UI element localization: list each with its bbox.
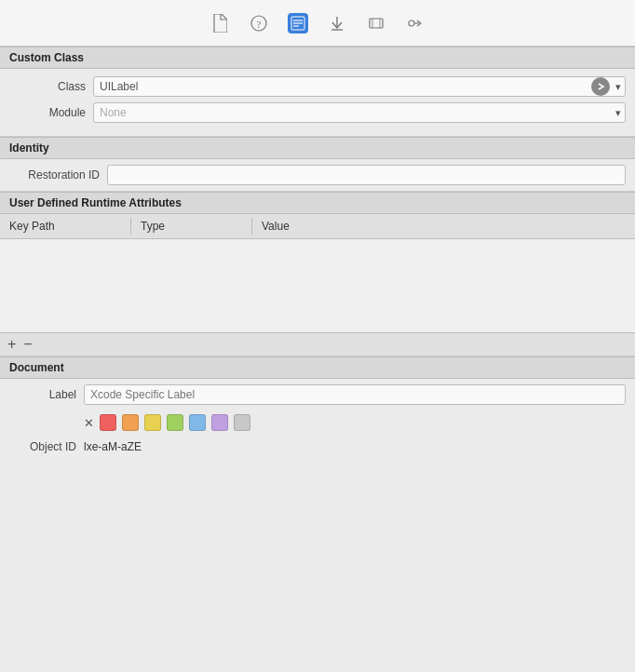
connections-icon[interactable] — [405, 13, 426, 34]
file-icon[interactable] — [209, 13, 230, 34]
class-dropdown[interactable]: UILabel ▾ — [93, 76, 626, 97]
color-swatch-gray[interactable] — [234, 414, 250, 431]
module-label: Module — [9, 106, 93, 119]
identity-header: Identity — [0, 137, 635, 159]
object-id-value: lxe-aM-aZE — [84, 440, 142, 453]
document-label-input[interactable] — [84, 384, 626, 405]
module-dropdown-arrow[interactable]: ▾ — [612, 103, 625, 122]
document-label-row: Label — [0, 379, 635, 410]
restoration-id-label: Restoration ID — [9, 168, 107, 181]
toolbar: ? — [0, 0, 635, 47]
remove-attribute-button[interactable]: − — [23, 337, 32, 352]
inspector-panel: ? — [0, 0, 635, 457]
color-clear-button[interactable]: ✕ — [84, 416, 94, 430]
module-input-wrapper: None ▾ — [93, 102, 626, 123]
class-label: Class — [9, 80, 93, 93]
class-input-wrapper: UILabel ▾ — [93, 76, 626, 97]
restoration-id-row: Restoration ID — [0, 159, 635, 191]
svg-point-10 — [409, 20, 414, 26]
document-section: Document Label ✕ Object ID lxe-aM-aZE — [0, 356, 635, 457]
module-value: None — [94, 102, 612, 123]
object-id-row: Object ID lxe-aM-aZE — [0, 437, 635, 457]
table-body — [0, 239, 635, 332]
size-inspector-icon[interactable] — [366, 13, 386, 34]
document-label-label: Label — [9, 388, 84, 401]
attributes-icon[interactable] — [327, 13, 347, 34]
col-value: Value — [251, 218, 635, 235]
runtime-attributes-section: User Defined Runtime Attributes Key Path… — [0, 192, 635, 356]
custom-class-section: Custom Class Class UILabel ▾ Module — [0, 47, 635, 136]
identity-inspector-icon[interactable] — [288, 13, 308, 34]
color-swatch-orange[interactable] — [122, 414, 139, 431]
help-icon[interactable]: ? — [249, 13, 269, 34]
color-row: ✕ — [0, 410, 635, 437]
document-header: Document — [0, 356, 635, 379]
svg-text:?: ? — [257, 18, 262, 29]
svg-rect-7 — [370, 19, 383, 28]
module-row: Module None ▾ — [9, 102, 626, 123]
class-value: UILabel — [94, 76, 591, 97]
color-swatch-red[interactable] — [100, 414, 116, 431]
color-swatch-green[interactable] — [167, 414, 183, 431]
identity-section: Identity Restoration ID — [0, 137, 635, 191]
module-dropdown[interactable]: None ▾ — [93, 102, 626, 123]
custom-class-header: Custom Class — [0, 47, 635, 69]
col-type: Type — [130, 218, 251, 235]
table-header: Key Path Type Value — [0, 214, 635, 239]
restoration-id-input[interactable] — [107, 165, 626, 185]
table-footer: + − — [0, 332, 635, 356]
col-keypath: Key Path — [0, 218, 130, 235]
object-id-label: Object ID — [9, 440, 84, 453]
color-swatch-purple[interactable] — [211, 414, 228, 431]
runtime-attributes-header: User Defined Runtime Attributes — [0, 192, 635, 214]
class-dropdown-arrow[interactable]: ▾ — [612, 77, 625, 96]
color-swatch-yellow[interactable] — [144, 414, 161, 431]
custom-class-body: Class UILabel ▾ Module None — [0, 69, 635, 136]
color-swatch-blue[interactable] — [189, 414, 206, 431]
class-row: Class UILabel ▾ — [9, 76, 626, 97]
class-go-button[interactable] — [591, 77, 610, 96]
add-attribute-button[interactable]: + — [7, 337, 16, 352]
